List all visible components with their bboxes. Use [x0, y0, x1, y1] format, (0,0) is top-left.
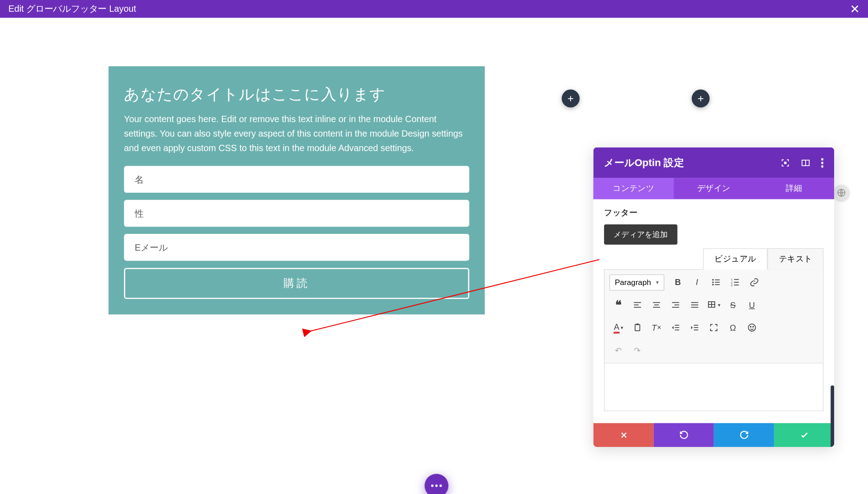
page-title: Edit グローバルフッター Layout: [8, 3, 136, 14]
svg-rect-25: [672, 302, 679, 303]
number-list-icon[interactable]: 123: [726, 273, 744, 291]
redo-button[interactable]: [714, 423, 774, 447]
canvas: あなたのタイトルはここに入ります Your content goes here.…: [0, 18, 868, 494]
svg-rect-26: [675, 304, 679, 305]
table-icon[interactable]: ▾: [705, 296, 723, 314]
fab-more-button[interactable]: [425, 474, 448, 494]
bold-icon[interactable]: B: [669, 273, 687, 291]
svg-point-9: [712, 281, 714, 283]
format-select[interactable]: Paragraph: [609, 274, 664, 290]
emoji-icon[interactable]: [743, 318, 761, 337]
svg-rect-40: [694, 327, 698, 328]
svg-rect-39: [694, 325, 698, 326]
svg-rect-37: [675, 327, 679, 328]
panel-title: メールOptin 設定: [604, 156, 684, 169]
editor-tab-text[interactable]: テキスト: [768, 248, 824, 270]
module-title[interactable]: あなたのタイトルはここに入ります: [124, 84, 469, 105]
svg-rect-16: [734, 282, 739, 283]
last-name-field[interactable]: [124, 200, 469, 227]
indent-icon[interactable]: [686, 318, 704, 337]
svg-rect-36: [675, 325, 679, 326]
svg-rect-19: [634, 302, 641, 303]
svg-rect-1: [784, 162, 786, 164]
editor-tab-visual[interactable]: ビジュアル: [703, 248, 767, 270]
redo-icon[interactable]: ↷: [628, 341, 646, 359]
module-body[interactable]: Your content goes here. Edit or remove t…: [124, 112, 469, 155]
first-name-field[interactable]: [124, 166, 469, 193]
globe-icon[interactable]: [834, 185, 849, 200]
add-button[interactable]: +: [692, 90, 710, 108]
clear-format-icon[interactable]: T✕: [647, 318, 665, 337]
align-center-icon[interactable]: [647, 296, 665, 314]
tab-content[interactable]: コンテンツ: [593, 178, 674, 199]
undo-icon[interactable]: ↶: [609, 341, 627, 359]
confirm-button[interactable]: [774, 423, 834, 447]
text-color-icon[interactable]: A▾: [609, 318, 627, 337]
svg-point-42: [748, 324, 755, 331]
panel-body: フッター メディアを追加 ビジュアル テキスト Paragraph B I 12…: [593, 200, 834, 423]
svg-rect-23: [654, 304, 659, 305]
omega-icon[interactable]: Ω: [724, 318, 742, 337]
svg-rect-28: [691, 302, 698, 303]
svg-point-7: [712, 279, 714, 281]
svg-point-43: [750, 326, 751, 327]
undo-button[interactable]: [654, 423, 714, 447]
svg-rect-18: [734, 285, 739, 285]
top-bar: Edit グローバルフッター Layout ✕: [0, 0, 868, 18]
add-media-button[interactable]: メディアを追加: [604, 224, 677, 245]
tab-advanced[interactable]: 詳細: [754, 178, 835, 199]
panel-footer: [593, 423, 834, 447]
email-field[interactable]: [124, 234, 469, 261]
focus-icon[interactable]: [781, 158, 790, 167]
svg-rect-10: [715, 282, 720, 283]
optin-module[interactable]: あなたのタイトルはここに入ります Your content goes here.…: [108, 66, 485, 314]
fullscreen-icon[interactable]: [705, 318, 723, 337]
svg-rect-27: [672, 307, 679, 308]
columns-icon[interactable]: [801, 158, 810, 167]
panel-header[interactable]: メールOptin 設定: [593, 147, 834, 178]
paste-icon[interactable]: [628, 318, 646, 337]
svg-point-44: [753, 326, 754, 327]
add-button[interactable]: +: [561, 90, 580, 108]
svg-rect-30: [691, 307, 698, 308]
svg-rect-14: [734, 279, 739, 280]
subscribe-button[interactable]: 購読: [124, 268, 469, 299]
svg-rect-24: [653, 307, 660, 308]
editor-toolbar: Paragraph B I 123 ❝ ▾ S U A▾ T✕: [604, 269, 823, 363]
svg-rect-38: [675, 330, 679, 331]
svg-point-5: [821, 162, 823, 164]
tab-design[interactable]: デザイン: [674, 178, 754, 199]
outdent-icon[interactable]: [667, 318, 685, 337]
close-icon[interactable]: ✕: [850, 3, 860, 15]
cancel-button[interactable]: [593, 423, 653, 447]
more-icon[interactable]: [821, 158, 823, 167]
svg-rect-20: [634, 304, 639, 305]
svg-rect-34: [635, 324, 640, 331]
svg-point-4: [821, 158, 823, 160]
align-left-icon[interactable]: [628, 296, 646, 314]
align-right-icon[interactable]: [667, 296, 685, 314]
svg-rect-22: [653, 302, 660, 303]
svg-rect-41: [694, 330, 698, 331]
svg-point-11: [712, 284, 714, 285]
svg-text:3: 3: [731, 284, 732, 287]
strikethrough-icon[interactable]: S: [724, 296, 742, 314]
link-icon[interactable]: [745, 273, 763, 291]
svg-rect-12: [715, 284, 720, 285]
panel-tabs: コンテンツ デザイン 詳細: [593, 178, 834, 199]
svg-rect-35: [636, 323, 638, 325]
underline-icon[interactable]: U: [743, 296, 761, 314]
svg-point-6: [821, 165, 823, 167]
scrollbar[interactable]: [830, 385, 834, 447]
field-label: フッター: [604, 208, 823, 218]
align-justify-icon[interactable]: [686, 296, 704, 314]
settings-panel: メールOptin 設定 コンテンツ デザイン 詳細 フッター メディアを追加 ビ…: [593, 147, 834, 447]
editor-textarea[interactable]: [604, 363, 823, 411]
svg-rect-29: [691, 304, 698, 305]
italic-icon[interactable]: I: [688, 273, 706, 291]
bullet-list-icon[interactable]: [707, 273, 725, 291]
quote-icon[interactable]: ❝: [609, 296, 627, 314]
svg-rect-8: [715, 280, 720, 280]
svg-rect-21: [634, 307, 641, 308]
